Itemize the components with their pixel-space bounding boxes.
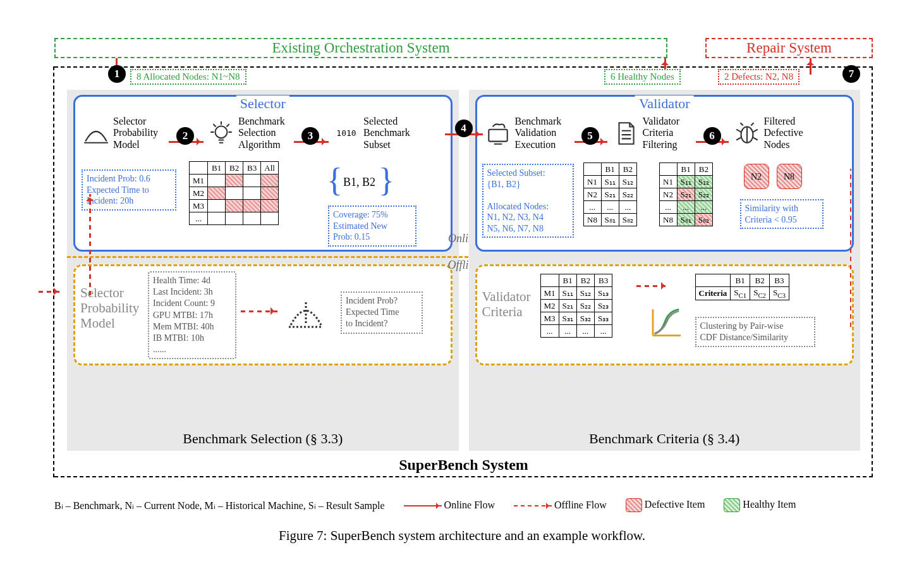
svg-rect-1	[489, 129, 507, 141]
validator-online-box: Validator Benchmark Validation Execution…	[475, 95, 854, 252]
orchestration-system-box: Existing Orchestration System	[54, 38, 667, 58]
historical-score-table: B1B2B3 M1S₁₁S₁₂S₁₃ M2S₂₁S₂₂S₂₃ M3S₃₁S₃₂S…	[540, 274, 613, 338]
legend-healthy-swatch	[724, 498, 740, 512]
info-similarity: Similarity with Criteria < 0.95	[740, 199, 824, 229]
bug-icon	[734, 120, 760, 147]
monitor-cloud-icon	[485, 120, 511, 147]
defect-chip-n2: N2	[744, 164, 769, 189]
selector-online-box: Selector Selector Probability Model 2 Be…	[73, 95, 453, 252]
badge-allocated-nodes: 8 Allocated Nodes: N1~N8	[130, 69, 246, 85]
arrow-external-offline-in	[39, 291, 61, 293]
arrow-offline-selector	[241, 310, 277, 312]
score-table-filtered: B1B2 N1S₁₁S₁₂ N2S₂₁S₂₂ ......... N8S₈₁S₈…	[659, 162, 713, 226]
selector-stage2-label: Benchmark Selection Algorithm	[238, 116, 285, 150]
step-4: 4	[455, 120, 473, 137]
score-table-plain: B1B2 N1S₁₁S₁₂ N2S₂₁S₂₂ ......... N8S₈₁S₈…	[583, 162, 637, 226]
defect-chips: N2 N8	[741, 164, 805, 189]
validator-title: Validator	[635, 95, 694, 112]
step-1: 1	[108, 65, 126, 83]
offline-validator-label: Validator Criteria	[482, 289, 531, 319]
panel-benchmark-criteria: Validator Benchmark Validation Execution…	[469, 90, 861, 451]
info-incident-prob: Incident Prob: 0.6 Expected Time to Inci…	[82, 169, 176, 211]
offline-query: Incident Prob? Expected Time to Incident…	[341, 291, 423, 334]
legend-online-arrow-icon	[404, 505, 442, 506]
diagram-canvas: Existing Orchestration System Repair Sys…	[13, 13, 911, 550]
legend-offline-flow: Offline Flow	[554, 500, 607, 510]
brace-left: {	[327, 161, 343, 199]
distribution-icon-offline	[284, 295, 328, 333]
selector-offline-box: Selector Probability Model Health Time: …	[73, 264, 453, 365]
document-icon	[612, 120, 639, 147]
selection-matrix: B1B2B3All M1 M2 M3 ...	[189, 161, 279, 225]
badge-healthy-nodes: 6 Healthy Nodes	[604, 69, 681, 85]
step-7: 7	[842, 65, 860, 83]
legend-defective: Defective Item	[645, 499, 705, 510]
distribution-icon	[83, 120, 109, 147]
arrow-offline-to-selector	[89, 194, 91, 295]
step-2: 2	[176, 127, 194, 145]
legend-healthy: Healthy Item	[743, 499, 796, 510]
svg-point-0	[216, 126, 228, 138]
step-6: 6	[703, 127, 721, 145]
info-selected-subset: Selected Subset: {B1, B2} Allocated Node…	[482, 164, 574, 238]
cdf-plot-icon	[648, 304, 686, 339]
brace-right: }	[379, 161, 394, 199]
selector-stage1-label: Selector Probability Model	[113, 116, 158, 150]
arrow-defect-to-criteria	[850, 169, 852, 327]
badge-defect-nodes: 2 Defects: N2, N8	[718, 69, 799, 85]
criteria-table: B1B2B3 CriteriaSC1SC2SC3	[695, 274, 789, 300]
repair-system-box: Repair System	[705, 38, 873, 58]
step-5: 5	[581, 127, 599, 145]
lightbulb-gear-icon	[208, 120, 234, 147]
feature-scroll: Health Time: 4d Last Incident: 3h Incide…	[148, 271, 236, 359]
validator-offline-box: Validator Criteria B1B2B3 M1S₁₁S₁₂S₁₃ M2…	[475, 264, 854, 365]
arrow-defects-up	[810, 58, 812, 75]
arrow-offline-criteria	[636, 285, 668, 287]
selector-stage3-label: Selected Benchmark Subset	[363, 116, 410, 150]
selector-title: Selector	[236, 95, 289, 112]
selected-subset: B1, B2	[343, 176, 375, 189]
legend-symbols: Bᵢ – Benchmark, Nᵢ – Current Node, Mᵢ – …	[54, 500, 385, 512]
step-3: 3	[301, 127, 319, 145]
legend-online-flow: Online Flow	[444, 500, 495, 510]
panel-benchmark-selection: Selector Selector Probability Model 2 Be…	[67, 90, 459, 451]
validator-stage2-label: Validator Criteria Filtering	[643, 116, 680, 150]
legend-defective-swatch	[626, 498, 642, 512]
binary-icon: 1010	[333, 120, 360, 147]
cluster-note: Clustering by Pair-wise CDF Distance/Sim…	[695, 317, 815, 347]
defect-chip-n8: N8	[777, 164, 802, 189]
superbench-system-box: 1 7 8 Allocated Nodes: N1~N8 6 Healthy N…	[54, 66, 873, 477]
panel-right-title: Benchmark Criteria (§ 3.4)	[589, 431, 739, 447]
panel-left-title: Benchmark Selection (§ 3.3)	[183, 431, 343, 447]
system-name: SuperBench System	[399, 457, 528, 474]
legend-offline-arrow-icon	[514, 505, 552, 506]
validator-stage3-label: Filtered Defective Nodes	[764, 116, 803, 150]
legend: Bᵢ – Benchmark, Nᵢ – Current Node, Mᵢ – …	[54, 498, 873, 512]
figure-caption: Figure 7: SuperBench system architecture…	[13, 528, 911, 544]
validator-stage1-label: Benchmark Validation Execution	[515, 116, 562, 150]
info-coverage: Coverage: 75% Estimated New Prob: 0.15	[328, 205, 416, 247]
